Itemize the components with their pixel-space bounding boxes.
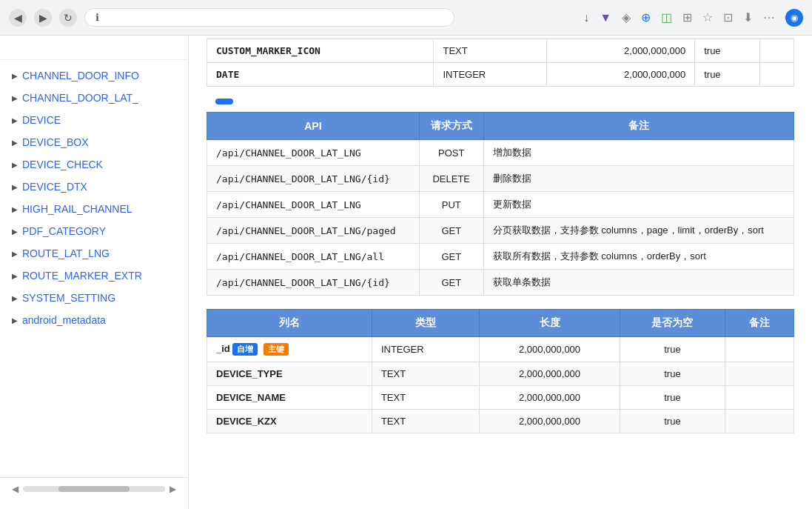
api-table-header: 备注 [483, 113, 793, 140]
bookmark-icon[interactable]: ☆ [702, 10, 713, 24]
channel-door-api-table: API请求方式备注 /api/CHANNEL_DOOR_LAT_LNGPOST增… [207, 112, 794, 296]
main-layout: ▶CHANNEL_DOOR_INFO▶CHANNEL_DOOR_LAT_▶DEV… [0, 36, 812, 509]
collection-icon[interactable]: ⊡ [723, 10, 733, 24]
struct-col-nullable: true [620, 410, 725, 433]
struct-col-nullable: true [620, 337, 725, 362]
sidebar-item-android-metadata[interactable]: ▶android_metadata [0, 309, 188, 331]
sidebar-item-device-box[interactable]: ▶DEVICE_BOX [0, 131, 188, 153]
badge-主键: 主键 [264, 343, 289, 356]
scroll-right-icon[interactable]: ▶ [170, 484, 176, 494]
badge-自增: 自增 [232, 343, 258, 356]
struct-col-length: 2,000,000,000 [480, 362, 620, 386]
funnel-icon[interactable]: ▼ [600, 11, 611, 24]
struct-table-header: 列名 [207, 310, 372, 337]
api-method: POST [419, 140, 483, 166]
struct-col-nullable: true [620, 386, 725, 410]
struct-col-type: TEXT [372, 362, 479, 386]
sidebar-item-system-setting[interactable]: ▶SYSTEM_SETTING [0, 287, 188, 309]
arrow-icon: ▶ [12, 94, 18, 102]
sidebar-scrollbar-track[interactable] [23, 486, 165, 492]
api-endpoint: /api/CHANNEL_DOOR_LAT_LNG/paged [207, 218, 420, 244]
struct-col-length: 2,000,000,000 [480, 410, 620, 433]
sidebar-item-device-check[interactable]: ▶DEVICE_CHECK [0, 153, 188, 176]
test-api-button[interactable] [215, 99, 233, 104]
sidebar-item-label: android_metadata [22, 314, 106, 326]
sidebar-item-device[interactable]: ▶DEVICE [0, 109, 188, 131]
extensions-icon[interactable]: ↓ [583, 11, 589, 24]
api-endpoint: /api/CHANNEL_DOOR_LAT_LNG/{id} [207, 270, 420, 296]
split-icon[interactable]: ⊞ [682, 10, 692, 24]
tab-icon[interactable]: ◫ [661, 10, 672, 24]
table-row: CUSTOM_MARKER_ICONTEXT2,000,000,000true [207, 39, 794, 63]
struct-table-row: _id 自增 主键INTEGER2,000,000,000true [207, 337, 794, 362]
browser-toolbar-icons: ↓ ▼ ◈ ⊕ ◫ ⊞ ☆ ⊡ ⬇ ⋯ ◉ [583, 9, 803, 27]
api-note: 获取单条数据 [483, 270, 793, 296]
api-method: GET [419, 270, 483, 296]
cell-note [759, 63, 793, 87]
cell-note [759, 39, 793, 63]
cell-nullable: true [695, 39, 760, 63]
arrow-icon: ▶ [12, 272, 18, 280]
struct-col-nullable: true [620, 362, 725, 386]
sidebar-item-label: DEVICE [22, 114, 61, 126]
sidebar-item-device-dtx[interactable]: ▶DEVICE_DTX [0, 176, 188, 198]
struct-col-length: 2,000,000,000 [480, 386, 620, 410]
api-method: DELETE [419, 166, 483, 192]
api-table-row: /api/CHANNEL_DOOR_LAT_LNG/allGET获取所有数据，支… [207, 244, 794, 270]
api-note: 删除数据 [483, 166, 793, 192]
menu-icon[interactable]: ⋯ [763, 10, 775, 24]
api-endpoint: /api/CHANNEL_DOOR_LAT_LNG [207, 192, 420, 218]
generated-by-label [0, 500, 188, 509]
download-icon[interactable]: ⬇ [743, 10, 753, 24]
sidebar-item-label: PDF_CATEGORY [22, 225, 106, 237]
struct-table-row: DEVICE_TYPETEXT2,000,000,000true [207, 362, 794, 386]
scroll-left-icon[interactable]: ◀ [12, 484, 19, 494]
sidebar-nav: ▶CHANNEL_DOOR_INFO▶CHANNEL_DOOR_LAT_▶DEV… [0, 60, 188, 477]
browser-chrome: ◀ ▶ ↻ ℹ ↓ ▼ ◈ ⊕ ◫ ⊞ ☆ ⊡ ⬇ ⋯ ◉ [0, 0, 812, 36]
back-button[interactable]: ◀ [9, 9, 27, 27]
arrow-icon: ▶ [12, 227, 18, 236]
address-bar[interactable]: ℹ [84, 8, 454, 27]
sidebar-item-label: CHANNEL_DOOR_INFO [22, 70, 139, 81]
api-table-header: 请求方式 [419, 113, 483, 140]
sidebar-item-high-rail-channel[interactable]: ▶HIGH_RAIL_CHANNEL [0, 198, 188, 220]
refresh-button[interactable]: ↻ [59, 9, 77, 27]
struct-col-note [725, 337, 793, 362]
api-table-row: /api/CHANNEL_DOOR_LAT_LNGPUT更新数据 [207, 192, 794, 218]
sidebar-item-route-marker-extr[interactable]: ▶ROUTE_MARKER_EXTR [0, 265, 188, 287]
api-endpoint: /api/CHANNEL_DOOR_LAT_LNG [207, 140, 420, 166]
forward-button[interactable]: ▶ [34, 9, 52, 27]
sidebar-scrollbar-thumb [58, 486, 130, 492]
struct-col-type: TEXT [372, 410, 479, 433]
cell-nullable: true [695, 63, 760, 87]
app-icon-1[interactable]: ◈ [622, 10, 631, 24]
sidebar-item-route-lat-lng[interactable]: ▶ROUTE_LAT_LNG [0, 242, 188, 265]
cell-type: INTEGER [434, 63, 547, 87]
struct-col-note [725, 386, 793, 410]
arrow-icon: ▶ [12, 116, 18, 124]
struct-col-length: 2,000,000,000 [480, 337, 620, 362]
struct-col-type: INTEGER [372, 337, 479, 362]
sidebar-item-label: SYSTEM_SETTING [22, 292, 115, 304]
sidebar-item-channel-door-lat[interactable]: ▶CHANNEL_DOOR_LAT_ [0, 87, 188, 109]
struct-table-row: DEVICE_KZXTEXT2,000,000,000true [207, 410, 794, 433]
api-table-row: /api/CHANNEL_DOOR_LAT_LNG/pagedGET分页获取数据… [207, 218, 794, 244]
ai-icon[interactable]: ⊕ [641, 10, 651, 24]
content-area[interactable]: CUSTOM_MARKER_ICONTEXT2,000,000,000trueD… [189, 36, 812, 509]
sidebar-item-label: ROUTE_MARKER_EXTR [22, 270, 142, 282]
arrow-icon: ▶ [12, 183, 18, 191]
api-table-row: /api/CHANNEL_DOOR_LAT_LNG/{id}DELETE删除数据 [207, 166, 794, 192]
arrow-icon: ▶ [12, 316, 18, 325]
sidebar-item-channel-door-info[interactable]: ▶CHANNEL_DOOR_INFO [0, 64, 188, 87]
top-partial-section: CUSTOM_MARKER_ICONTEXT2,000,000,000trueD… [207, 36, 794, 87]
profile-icon[interactable]: ◉ [785, 9, 803, 27]
cell-length: 2,000,000,000 [547, 39, 695, 63]
info-icon: ℹ [95, 12, 99, 23]
sidebar: ▶CHANNEL_DOOR_INFO▶CHANNEL_DOOR_LAT_▶DEV… [0, 36, 189, 509]
cell-length: 2,000,000,000 [547, 63, 695, 87]
sidebar-item-pdf-category[interactable]: ▶PDF_CATEGORY [0, 220, 188, 242]
cell-name: DATE [207, 63, 434, 87]
arrow-icon: ▶ [12, 139, 18, 147]
sidebar-title [0, 36, 188, 60]
api-table-row: /api/CHANNEL_DOOR_LAT_LNGPOST增加数据 [207, 140, 794, 166]
